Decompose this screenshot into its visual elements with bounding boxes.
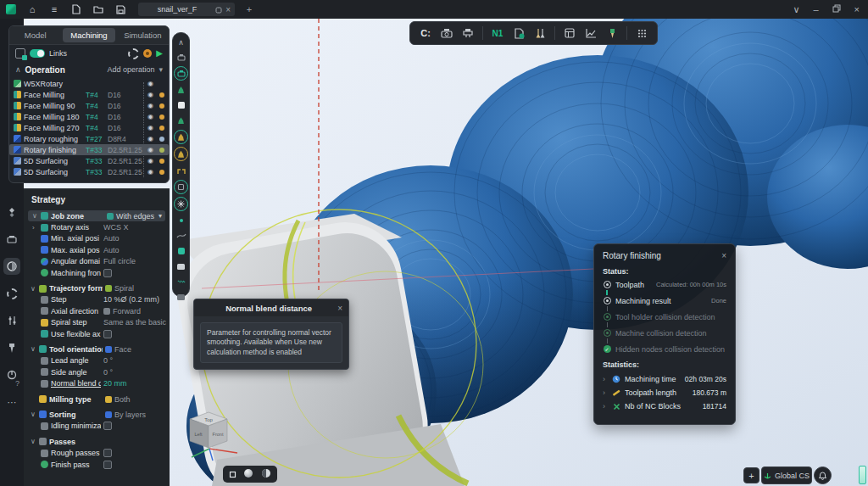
gear-rail-icon[interactable] [3, 285, 20, 302]
visibility-icon[interactable]: ◉ [146, 146, 155, 154]
home-icon[interactable]: ⌂ [26, 3, 38, 15]
operation-row[interactable]: 5D Surfacing T#33 D2.5R1.25 ◉ [9, 166, 169, 177]
tab-simulation[interactable]: Simulation [117, 26, 169, 44]
collapse-icon[interactable]: ∧ [15, 65, 21, 74]
curve-icon[interactable] [175, 229, 187, 242]
machine-sim-icon[interactable] [440, 26, 453, 40]
pin-icon[interactable] [215, 2, 222, 17]
min-axial-row[interactable]: Min. axial posi Auto [26, 233, 167, 244]
idling-checkbox[interactable] [103, 422, 112, 430]
point-icon[interactable] [175, 214, 187, 226]
collapse-icon[interactable]: ∨ [31, 411, 36, 418]
tool-visible-icon[interactable] [174, 130, 188, 144]
visibility-icon[interactable]: ◉ [146, 157, 155, 165]
machining-front-checkbox[interactable] [103, 269, 112, 277]
machine-rail-icon[interactable] [3, 231, 20, 248]
tab-model[interactable]: Model [9, 26, 61, 44]
transform-rail-icon[interactable] [3, 312, 20, 329]
collapse-icon[interactable]: ∨ [31, 285, 36, 293]
expand-icon[interactable]: › [32, 224, 38, 232]
hidden-nodes-collision-row[interactable]: ✓ Hidden nodes collision detection [603, 344, 726, 355]
toolpath-display-icon[interactable] [175, 260, 187, 273]
rough-passes-checkbox[interactable] [103, 449, 112, 457]
operation-row[interactable]: Face Milling 90 T#4 D16 ◉ [9, 100, 169, 111]
expand-icon[interactable]: › [603, 402, 608, 411]
operation-row[interactable]: Face Milling T#4 D16 ◉ [9, 89, 169, 100]
operation-row[interactable]: 5D Surfacing T#33 D2.5R1.25 ◉ [9, 155, 169, 166]
shapes-icon[interactable] [3, 204, 20, 221]
calculate-icon[interactable] [143, 49, 152, 58]
workpiece-icon[interactable] [175, 115, 187, 127]
machine-collision-row[interactable]: Machine collision detection [603, 327, 726, 338]
wireframe-mode-icon[interactable] [229, 466, 236, 482]
operation-row[interactable]: Face Milling 270 T#4 D16 ◉ [9, 122, 169, 133]
tool-holder-collision-row[interactable]: Tool holder collision detection [603, 311, 726, 322]
dropdown-caret-icon[interactable]: ▾ [159, 212, 162, 220]
machining-result-row[interactable]: Machining result Done [603, 295, 726, 306]
tool-rail-icon[interactable] [3, 339, 20, 356]
sorting-row[interactable]: ∨ Sorting By layers [26, 409, 167, 420]
angular-domain-row[interactable]: Angular domai Full circle [26, 256, 167, 267]
toolpath-status-row[interactable]: Toolpath Calculated: 00h 00m 10s [603, 279, 726, 290]
operation-row[interactable]: Face Milling 180 T#4 D16 ◉ [9, 111, 169, 122]
milling-type-row[interactable]: Milling type Both [26, 394, 167, 405]
rough-passes-row[interactable]: Rough passes [26, 447, 167, 458]
collision-check-icon[interactable]: C: [419, 26, 432, 40]
hint-icon[interactable]: ? [15, 379, 19, 388]
close-tooltip-icon[interactable]: × [337, 304, 342, 313]
window-dropdown-icon[interactable]: ∨ [793, 4, 799, 15]
shaded-mode-icon[interactable] [243, 466, 253, 482]
machine-icon[interactable] [175, 51, 187, 64]
workpiece-rail-icon-active[interactable] [3, 258, 20, 275]
close-window-icon[interactable]: × [854, 4, 860, 14]
operation-row[interactable]: W5XRotary ◉ [9, 78, 169, 89]
calculator-icon[interactable] [563, 26, 576, 40]
add-cs-button[interactable]: + [743, 467, 760, 483]
chart-icon[interactable] [584, 26, 598, 40]
operation-row-selected[interactable]: Rotary finishing T#33 D2.5R1.25 ◉ [9, 144, 169, 155]
visibility-icon[interactable]: ◉ [146, 124, 155, 131]
model-icon[interactable] [174, 180, 188, 194]
save-icon[interactable] [114, 3, 126, 15]
apps-grid-icon[interactable] [635, 26, 648, 40]
normal-blend-row[interactable]: ? Normal blend d 20 mm [26, 377, 167, 388]
stock-icon[interactable] [175, 99, 187, 112]
rotary-axis-row[interactable]: › Rotary axis WCS X [26, 221, 167, 232]
visibility-icon[interactable]: ◉ [146, 135, 155, 142]
mesh-icon[interactable] [175, 244, 187, 257]
open-folder-icon[interactable] [92, 3, 104, 15]
menu-icon[interactable]: ≡ [48, 3, 60, 15]
passes-row[interactable]: ∨ Passes [26, 436, 167, 447]
visibility-icon[interactable]: ◉ [146, 102, 155, 109]
tab-machining[interactable]: Machining [63, 28, 114, 42]
expand-icon[interactable]: › [603, 375, 608, 383]
axial-direction-row[interactable]: Axial direction Forward [26, 305, 167, 316]
use-flexible-checkbox[interactable] [103, 330, 112, 338]
restore-icon[interactable] [832, 4, 841, 14]
nc-blocks-row[interactable]: › Nb of NC Blocks 181714 [603, 399, 726, 413]
collapse-icon[interactable]: ∧ [175, 36, 187, 48]
visibility-icon[interactable]: ◉ [146, 168, 155, 176]
step-row[interactable]: Step 10 %Ø (0.2 mm) [26, 294, 167, 305]
chat-icon[interactable] [175, 291, 187, 304]
visibility-icon[interactable]: ◉ [146, 91, 155, 98]
new-document-icon[interactable] [70, 3, 82, 15]
spring-icon[interactable] [175, 276, 187, 288]
global-cs-button[interactable]: Global CS [761, 466, 812, 484]
collapse-icon[interactable]: ∨ [31, 345, 36, 353]
snowflake-icon[interactable] [174, 197, 188, 211]
machining-time-row[interactable]: › Machining time 02h 03m 20s [603, 372, 726, 386]
operation-row[interactable]: Rotary roughing T#27 D8R4 ◉ [9, 133, 169, 144]
close-tab-icon[interactable]: × [225, 5, 231, 14]
holder-visible-icon[interactable] [174, 147, 188, 161]
add-operation-caret-icon[interactable]: ▾ [159, 65, 163, 74]
spiral-step-row[interactable]: Spiral step Same as the basic step [26, 317, 167, 328]
add-operation-button[interactable]: Add operation [107, 65, 154, 74]
settings-gear-icon[interactable] [128, 48, 139, 59]
new-tab-button[interactable]: + [243, 3, 255, 15]
toolpath-length-row[interactable]: › Toolpath length 180.673 m [603, 386, 726, 399]
mill-head-icon[interactable] [461, 26, 475, 40]
shaded-edges-mode-icon[interactable] [261, 466, 271, 482]
close-panel-icon[interactable]: × [721, 251, 726, 260]
links-toggle[interactable] [30, 49, 45, 58]
